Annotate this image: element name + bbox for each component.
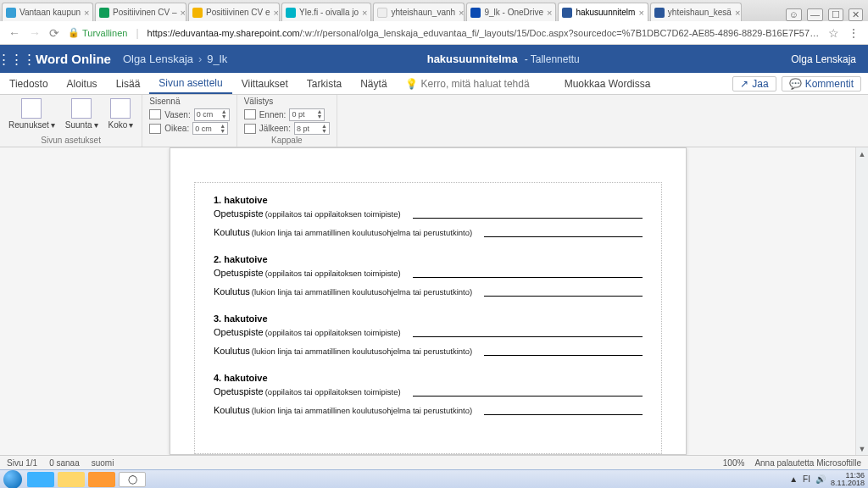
word-statusbar: Sivu 1/1 0 sanaa suomi 100% Anna palaute… <box>0 455 868 469</box>
indent-left-icon <box>149 109 161 119</box>
browser-tab-active[interactable]: hakusuunnitelm× <box>558 3 648 21</box>
taskbar-chrome[interactable]: ◯ <box>119 472 146 487</box>
form-entry: 1. hakutoiveOpetuspiste(oppilaitos tai o… <box>214 195 643 237</box>
indent-left-input[interactable]: 0 cm▲▼ <box>194 108 230 121</box>
pagesize-icon <box>110 98 131 119</box>
page[interactable]: 1. hakutoiveOpetuspiste(oppilaitos tai o… <box>170 147 687 455</box>
spacing-after-input[interactable]: 8 pt▲▼ <box>294 122 330 135</box>
lang-indicator[interactable]: FI <box>803 474 810 484</box>
spacing-before-input[interactable]: 0 pt▲▼ <box>289 108 325 121</box>
tab-references[interactable]: Viittaukset <box>232 73 298 94</box>
scroll-down-button[interactable]: ▼ <box>856 442 868 455</box>
indent-right-input[interactable]: 0 cm▲▼ <box>192 122 228 135</box>
ribbon-body: Reunukset ▾ Suunta ▾ Koko ▾ Sivun asetuk… <box>0 95 868 147</box>
taskbar-explorer[interactable] <box>58 472 85 487</box>
breadcrumb[interactable]: Olga Lenskaja›9_lk <box>123 53 227 65</box>
back-button[interactable]: ← <box>8 26 20 40</box>
browser-tab[interactable]: Positiivinen CV –× <box>95 3 186 21</box>
close-icon[interactable]: × <box>638 8 643 18</box>
tab-view[interactable]: Näytä <box>351 73 396 94</box>
browser-tab[interactable]: yhteishaun_vanh× <box>373 3 465 21</box>
spacing-after-icon <box>244 124 256 134</box>
blank-line[interactable] <box>484 229 643 237</box>
orientation-icon <box>71 98 92 119</box>
close-icon[interactable]: × <box>84 8 89 18</box>
blank-line[interactable] <box>484 347 643 356</box>
page-indicator[interactable]: Sivu 1/1 <box>7 458 37 468</box>
minimize-button[interactable]: — <box>807 8 823 21</box>
taskbar-media[interactable] <box>88 472 115 487</box>
close-icon[interactable]: × <box>547 8 552 18</box>
size-button[interactable]: Koko ▾ <box>107 97 136 130</box>
tab-insert[interactable]: Lisää <box>107 73 150 94</box>
comments-button[interactable]: 💬Kommentit <box>782 76 861 92</box>
bookmark-icon[interactable]: ☆ <box>828 26 839 40</box>
menu-icon[interactable]: ⋮ <box>848 26 860 40</box>
blank-line[interactable] <box>484 407 643 415</box>
blank-line[interactable] <box>413 269 643 278</box>
margins-button[interactable]: Reunukset ▾ <box>7 97 57 130</box>
close-icon[interactable]: × <box>459 8 464 18</box>
spacing-before-icon <box>244 109 256 119</box>
blank-line[interactable] <box>413 388 643 396</box>
app-launcher-icon[interactable]: ⋮⋮⋮ <box>0 52 32 67</box>
browser-tab[interactable]: Positiivinen CV e× <box>188 3 280 21</box>
scrollbar[interactable]: ▲ ▼ <box>855 147 868 455</box>
app-name[interactable]: Word Online <box>32 52 123 66</box>
blank-line[interactable] <box>413 210 643 219</box>
user-icon[interactable]: ☺ <box>786 8 802 21</box>
browser-tab[interactable]: Vantaan kaupun× <box>2 3 93 21</box>
tab-home[interactable]: Aloitus <box>58 73 107 94</box>
secure-badge[interactable]: 🔒Turvallinen <box>68 27 127 38</box>
edit-in-word-button[interactable]: Muokkaa Wordissa <box>555 73 660 94</box>
clock[interactable]: 11:368.11.2018 <box>831 472 865 487</box>
blank-line[interactable] <box>484 288 643 297</box>
close-icon[interactable]: × <box>735 8 740 18</box>
form-entry: 3. hakutoiveOpetuspiste(oppilaitos tai o… <box>214 313 643 356</box>
form-entry: 4. hakutoiveOpetuspiste(oppilaitos tai o… <box>214 373 643 415</box>
tab-review[interactable]: Tarkista <box>298 73 351 94</box>
close-icon[interactable]: × <box>274 8 279 18</box>
taskbar-ie[interactable] <box>27 472 54 487</box>
word-titlebar: ⋮⋮⋮ Word Online Olga Lenskaja›9_lk hakus… <box>0 45 868 73</box>
form-entry: 2. hakutoiveOpetuspiste(oppilaitos tai o… <box>214 254 643 297</box>
tab-file[interactable]: Tiedosto <box>0 73 58 94</box>
tell-me-search[interactable]: 💡Kerro, mitä haluat tehdä <box>405 78 530 90</box>
field-label: Opetuspiste <box>214 386 264 396</box>
windows-taskbar: ◯ ▲ FI 🔊 11:368.11.2018 <box>0 469 868 488</box>
reload-button[interactable]: ⟳ <box>49 26 59 40</box>
field-label: Koulutus <box>214 405 250 415</box>
browser-tab[interactable]: Yle.fi - oivalla jo× <box>281 3 371 21</box>
entry-heading: 2. hakutoive <box>214 254 643 264</box>
document-canvas: 1. hakutoiveOpetuspiste(oppilaitos tai o… <box>0 147 868 455</box>
maximize-button[interactable]: ☐ <box>828 8 843 21</box>
orientation-button[interactable]: Suunta ▾ <box>64 97 100 130</box>
browser-tab[interactable]: yhteishaun_kesä× <box>650 3 742 21</box>
url-field[interactable]: https://eduvantaa-my.sharepoint.com/:w:/… <box>147 28 820 38</box>
tray-icon[interactable]: ▲ <box>789 474 798 484</box>
close-window-button[interactable]: ✕ <box>849 8 863 21</box>
tab-layout[interactable]: Sivun asettelu <box>149 73 231 94</box>
share-button[interactable]: ↗Jaa <box>732 76 776 92</box>
browser-tab[interactable]: 9_lk - OneDrive× <box>466 3 556 21</box>
close-icon[interactable]: × <box>181 8 186 18</box>
field-label: Koulutus <box>214 346 250 356</box>
tray-icon[interactable]: 🔊 <box>815 474 826 484</box>
blank-line[interactable] <box>413 329 643 337</box>
start-button[interactable] <box>3 470 22 489</box>
feedback-link[interactable]: Anna palautetta Microsoftille <box>754 458 861 468</box>
zoom-level[interactable]: 100% <box>723 458 745 468</box>
language-indicator[interactable]: suomi <box>92 458 114 468</box>
margins-icon <box>21 98 42 119</box>
word-count[interactable]: 0 sanaa <box>49 458 80 468</box>
save-status: - Tallennettu <box>525 53 580 65</box>
lightbulb-icon: 💡 <box>405 78 418 90</box>
group-label-pagesetup: Sivun asetukset <box>7 136 135 147</box>
field-label: Koulutus <box>214 286 250 297</box>
close-icon[interactable]: × <box>362 8 367 18</box>
document-title[interactable]: hakusuunnitelma <box>427 53 518 65</box>
scroll-up-button[interactable]: ▲ <box>856 147 868 160</box>
group-label-paragraph: Kappale <box>244 136 330 147</box>
account-name[interactable]: Olga Lenskaja <box>779 53 868 65</box>
forward-button[interactable]: → <box>29 26 41 40</box>
